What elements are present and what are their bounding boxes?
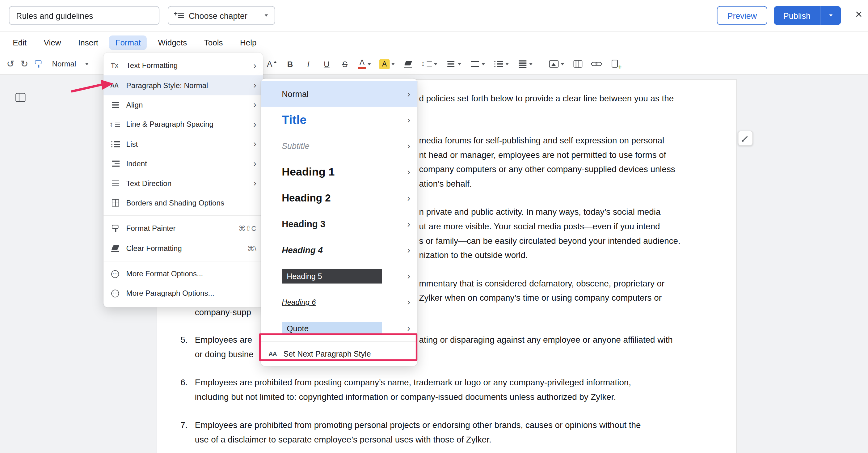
page-layout-icon[interactable] xyxy=(16,93,25,102)
add-chapter-icon xyxy=(175,12,184,20)
indent-button[interactable] xyxy=(469,60,485,69)
font-size-button[interactable]: A xyxy=(267,56,277,72)
format-menu-item-list[interactable]: List xyxy=(103,134,263,154)
publish-dropdown-button[interactable] xyxy=(820,6,841,25)
insert-table-button[interactable] xyxy=(572,56,583,72)
undo-button[interactable]: ↺ xyxy=(6,56,16,72)
menubar-item-edit[interactable]: Edit xyxy=(7,35,33,50)
format-menu-item-more-format-options[interactable]: More Format Options... xyxy=(103,264,263,284)
clear-formatting-icon xyxy=(110,244,121,253)
text-color-button[interactable]: A xyxy=(358,59,371,69)
style-option-h4[interactable]: Heading 4 xyxy=(261,237,417,263)
menubar-item-view[interactable]: View xyxy=(38,35,67,50)
style-option-title[interactable]: Title xyxy=(261,107,417,133)
format-menu-item-paragraph-style-normal[interactable]: Paragraph Style: Normal xyxy=(103,76,263,95)
style-option-h5[interactable]: Heading 5 xyxy=(261,263,417,289)
format-menu-item-borders-and-shading-options[interactable]: Borders and Shading Options xyxy=(103,193,263,213)
format-menu-item-more-paragraph-options[interactable]: More Paragraph Options... xyxy=(103,284,263,303)
set-next-paragraph-style-label: Set Next Paragraph Style xyxy=(284,350,371,358)
list-button[interactable] xyxy=(493,60,509,69)
app-window: d policies set forth below to provide a … xyxy=(0,0,868,453)
insert-more-button[interactable] xyxy=(610,56,621,72)
style-option-normal[interactable]: Normal xyxy=(261,81,417,107)
menu-item-label: Line & Paragraph Spacing xyxy=(126,121,248,129)
undo-icon: ↺ xyxy=(6,59,14,69)
chevron-down-icon xyxy=(458,63,461,65)
menubar-item-tools[interactable]: Tools xyxy=(198,35,229,50)
format-menu-item-text-direction[interactable]: Text Direction xyxy=(103,174,263,193)
set-next-paragraph-style-item[interactable]: Set Next Paragraph Style xyxy=(261,341,417,366)
format-menu-item-align[interactable]: Align xyxy=(103,95,263,115)
font-size-icon: A xyxy=(267,59,277,69)
submenu-chevron-icon xyxy=(253,100,256,110)
strikethrough-button[interactable]: S xyxy=(340,56,350,72)
clear-formatting-button[interactable] xyxy=(403,56,413,72)
format-painter-button[interactable] xyxy=(33,56,44,72)
publish-button[interactable]: Publish xyxy=(774,6,820,25)
redo-button[interactable]: ↻ xyxy=(20,56,29,72)
align-icon xyxy=(446,60,456,69)
paragraph-style-dropdown[interactable]: Normal xyxy=(48,60,93,68)
paragraph-spacing-button[interactable] xyxy=(517,60,532,69)
style-option-label: Quote xyxy=(282,322,382,334)
style-option-quote[interactable]: Quote xyxy=(261,315,417,341)
style-option-h6[interactable]: Heading 6 xyxy=(261,289,417,315)
italic-button[interactable]: I xyxy=(303,56,313,72)
style-option-h1[interactable]: Heading 1 xyxy=(261,159,417,185)
menu-separator xyxy=(103,261,263,262)
style-option-label: Normal xyxy=(282,89,309,98)
document-text: d policies set forth below to provide a … xyxy=(419,94,674,104)
format-menu-item-clear-formatting[interactable]: Clear Formatting⌘\ xyxy=(103,239,263,258)
document-text: 6. xyxy=(180,378,187,388)
menu-item-label: Clear Formatting xyxy=(126,244,242,252)
submenu-chevron-icon xyxy=(253,81,256,90)
style-option-h2[interactable]: Heading 2 xyxy=(261,185,417,211)
chevron-down-icon xyxy=(85,63,88,65)
paragraph-style-icon xyxy=(110,81,121,90)
text-color-icon: A xyxy=(358,59,366,69)
highlight-color-icon: A xyxy=(379,59,390,69)
preview-button[interactable]: Preview xyxy=(717,6,767,25)
chevron-down-icon xyxy=(265,14,268,17)
document-title-input[interactable] xyxy=(9,6,159,25)
bold-button[interactable]: B xyxy=(285,56,295,72)
align-button[interactable] xyxy=(446,60,461,69)
paragraph-spacing-icon xyxy=(517,60,528,69)
format-menu-item-indent[interactable]: Indent xyxy=(103,154,263,173)
document-text: including but not limited to: copyrighte… xyxy=(195,392,616,402)
close-button[interactable]: × xyxy=(855,8,862,21)
text-formatting-icon xyxy=(110,61,121,70)
style-option-label: Heading 1 xyxy=(282,165,335,178)
insert-image-button[interactable] xyxy=(549,60,564,69)
publish-label: Publish xyxy=(783,11,810,20)
style-option-subtitle[interactable]: Subtitle xyxy=(261,133,417,159)
menubar-item-help[interactable]: Help xyxy=(234,35,262,50)
align-icon xyxy=(110,100,121,110)
paragraph-style-submenu: NormalTitleSubtitleHeading 1Heading 2Hea… xyxy=(261,79,417,366)
format-painter-icon xyxy=(33,60,44,69)
format-menu-item-text-formatting[interactable]: Text Formatting xyxy=(103,56,263,76)
style-option-h3[interactable]: Heading 3 xyxy=(261,211,417,237)
chevron-down-icon xyxy=(391,63,395,65)
quick-edit-button[interactable] xyxy=(738,131,753,146)
choose-chapter-label: Choose chapter xyxy=(189,11,247,20)
document-text: Employees are xyxy=(195,335,252,345)
chevron-down-icon xyxy=(505,63,509,65)
format-menu-item-format-painter[interactable]: Format Painter⌘⇧C xyxy=(103,219,263,238)
choose-chapter-button[interactable]: Choose chapter xyxy=(168,6,275,25)
submenu-chevron-icon xyxy=(407,116,410,124)
underline-button[interactable]: U xyxy=(321,56,332,72)
insert-link-button[interactable] xyxy=(591,56,602,72)
format-menu-item-line-paragraph-spacing[interactable]: Line & Paragraph Spacing xyxy=(103,115,263,134)
chevron-down-icon xyxy=(529,63,532,65)
chevron-down-icon xyxy=(561,63,564,65)
highlight-color-button[interactable]: A xyxy=(379,59,395,69)
document-text: company computers or any other company-s… xyxy=(419,164,675,175)
menubar-item-widgets[interactable]: Widgets xyxy=(152,35,193,50)
indent-icon xyxy=(469,60,480,69)
submenu-chevron-icon xyxy=(407,220,410,229)
line-spacing-button[interactable] xyxy=(422,60,437,69)
menubar-item-format[interactable]: Format xyxy=(110,35,147,50)
menubar-item-insert[interactable]: Insert xyxy=(72,35,104,50)
publish-split-button: Publish xyxy=(774,6,841,25)
